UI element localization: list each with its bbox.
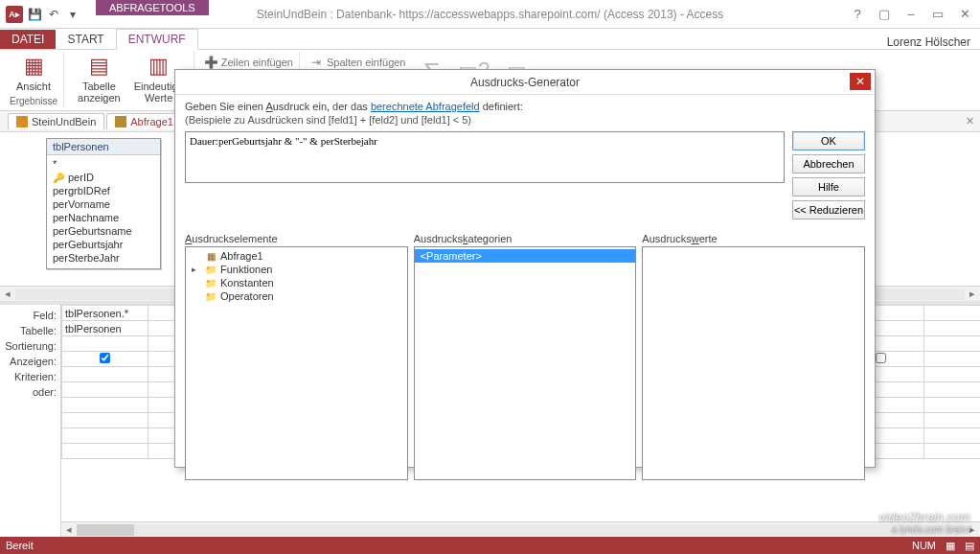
minimize-icon[interactable]: – — [900, 7, 923, 21]
dialog-button-column: OK Abbrechen Hilfe << Reduzieren — [792, 131, 865, 219]
quick-access-toolbar: A▸ 💾 ↶ ▾ — [0, 6, 80, 23]
object-tab-abfrage1[interactable]: Abfrage1 — [106, 113, 182, 129]
folder-icon: 📁 — [204, 277, 217, 289]
scroll-left-icon[interactable]: ◂ — [0, 288, 15, 300]
field-pergeburtsname[interactable]: perGeburtsname — [51, 224, 156, 238]
grid-scroll-track[interactable] — [134, 524, 965, 536]
window-title: SteinUndBein : Datenbank- https://access… — [257, 8, 724, 21]
reduce-button[interactable]: << Reduzieren — [792, 200, 865, 219]
scroll-right-icon[interactable]: ▸ — [965, 288, 980, 300]
label-tabelle: Tabelle: — [0, 324, 60, 339]
categories-header: Ausdruckskategorien — [414, 233, 637, 244]
help-button[interactable]: Hilfe — [792, 177, 865, 196]
status-ready: Bereit — [6, 540, 34, 551]
element-operatoren[interactable]: 📁Operatoren — [186, 289, 407, 303]
window-controls: ? ▢ – ▭ ✕ — [846, 7, 980, 21]
show-checkbox-10[interactable] — [876, 353, 886, 363]
show-checkbox-1[interactable] — [100, 353, 110, 363]
field-pervorname[interactable]: perVorname — [51, 197, 156, 211]
query-icon — [115, 116, 126, 127]
folder-icon: 📁 — [204, 264, 217, 275]
label-sortierung: Sortierung: — [0, 339, 60, 355]
grid-scroll-right-icon[interactable]: ▸ — [965, 523, 980, 536]
element-konstanten[interactable]: 📁Konstanten — [186, 276, 407, 289]
status-bar: Bereit NUM ▦ ▤ — [0, 537, 980, 554]
contextual-tab-label: ABFRAGETOOLS — [96, 0, 209, 15]
help-link[interactable]: berechnete Abfragefeld — [371, 101, 480, 112]
grid-hscrollbar[interactable]: ◂ ▸ — [61, 521, 980, 537]
ok-button[interactable]: OK — [792, 131, 865, 150]
cell-anzeigen-1[interactable] — [62, 352, 148, 367]
query-item-icon: ▦ — [204, 250, 217, 262]
element-funktionen[interactable]: ▸📁Funktionen — [186, 263, 407, 276]
table-icon: ▤ — [89, 54, 109, 79]
ansicht-button[interactable]: ▦ Ansicht — [12, 52, 55, 94]
grid-row-labels: Feld: Tabelle: Sortierung: Anzeigen: Kri… — [0, 305, 61, 537]
values-header: Ausdruckswerte — [642, 233, 865, 244]
cell-tabelle-1[interactable]: tblPersonen — [62, 321, 148, 336]
ansicht-label: Ansicht — [16, 81, 51, 92]
insert-col-icon: ⇥ — [309, 56, 323, 69]
ribbon-tabs: DATEI START ENTWURF Lorenz Hölscher — [0, 29, 980, 50]
tab-start[interactable]: START — [56, 30, 115, 49]
tab-datei[interactable]: DATEI — [0, 30, 56, 49]
dialog-title-bar[interactable]: Ausdrucks-Generator ✕ — [175, 70, 875, 95]
close-window-icon[interactable]: ✕ — [953, 7, 976, 21]
access-app-icon: A▸ — [6, 6, 23, 23]
grid-scroll-thumb[interactable] — [77, 524, 134, 536]
field-pergrbidref[interactable]: pergrbIDRef — [51, 184, 156, 197]
tabelle-anzeigen-label: Tabelle anzeigen — [78, 81, 121, 104]
dialog-example: (Beispiele zu Ausdrücken sind [feld1] + … — [185, 114, 865, 126]
field-perid[interactable]: 🔑perID — [51, 171, 156, 184]
elements-column: Ausdruckselemente ▦Abfrage1 ▸📁Funktionen… — [185, 233, 408, 480]
elements-listbox[interactable]: ▦Abfrage1 ▸📁Funktionen 📁Konstanten 📁Oper… — [185, 246, 408, 480]
save-icon[interactable]: 💾 — [27, 7, 42, 22]
object-tab-abfrage1-label: Abfrage1 — [130, 116, 173, 127]
elements-header: Ausdruckselemente — [185, 233, 408, 244]
zeilen-einfuegen-label: Zeilen einfügen — [221, 57, 293, 68]
expand-icon[interactable]: ▸ — [192, 265, 201, 274]
undo-icon[interactable]: ↶ — [46, 7, 61, 22]
values-column: Ausdruckswerte — [642, 233, 865, 480]
table-title: tblPersonen — [47, 139, 160, 155]
ribbon-collapse-icon[interactable]: ▢ — [873, 7, 896, 21]
tab-entwurf[interactable]: ENTWURF — [116, 29, 198, 50]
unique-icon: ▥ — [148, 54, 169, 79]
table-tblpersonen[interactable]: tblPersonen * 🔑perID pergrbIDRef perVorn… — [46, 138, 161, 269]
close-tab-icon[interactable]: ✕ — [966, 115, 980, 127]
field-pergeburtsjahr[interactable]: perGeburtsjahr — [51, 238, 156, 251]
zeilen-einfuegen-button[interactable]: ➕Zeilen einfügen — [204, 56, 293, 69]
dialog-instruction: Geben Sie einen Ausdruck ein, der das be… — [185, 101, 865, 112]
expression-builder-dialog: Ausdrucks-Generator ✕ Geben Sie einen Au… — [174, 69, 876, 468]
cell-feld-1[interactable]: tblPersonen.* — [62, 306, 148, 321]
label-anzeigen: Anzeigen: — [0, 355, 60, 370]
grid-scroll-left-icon[interactable]: ◂ — [61, 523, 77, 536]
values-listbox[interactable] — [642, 246, 865, 480]
field-pernachname[interactable]: perNachname — [51, 211, 156, 224]
title-bar: ABFRAGETOOLS A▸ 💾 ↶ ▾ SteinUndBein : Dat… — [0, 0, 980, 29]
folder-icon: 📁 — [204, 290, 217, 302]
cancel-button[interactable]: Abbrechen — [792, 154, 865, 173]
group-label-ergebnisse: Ergebnisse — [10, 96, 57, 106]
categories-listbox[interactable]: <Parameter> — [414, 246, 637, 480]
user-name[interactable]: Lorenz Hölscher — [887, 35, 980, 49]
restore-icon[interactable]: ▭ — [926, 7, 949, 21]
field-star[interactable]: * — [51, 157, 156, 171]
primary-key-icon: 🔑 — [53, 173, 64, 183]
view-datasheet-icon[interactable]: ▦ — [946, 540, 955, 552]
tabelle-anzeigen-button[interactable]: ▤ Tabelle anzeigen — [74, 52, 125, 105]
object-tab-steinundbein[interactable]: SteinUndBein — [8, 113, 104, 129]
label-oder: oder: — [0, 385, 60, 401]
category-parameter[interactable]: <Parameter> — [415, 249, 636, 263]
view-icon: ▦ — [24, 54, 44, 79]
insert-row-icon: ➕ — [204, 56, 217, 69]
element-abfrage1[interactable]: ▦Abfrage1 — [186, 249, 407, 263]
spalten-einfuegen-button[interactable]: ⇥Spalten einfügen — [309, 56, 406, 69]
db-icon — [16, 116, 28, 127]
qat-dropdown-icon[interactable]: ▾ — [65, 7, 80, 22]
field-persterbejahr[interactable]: perSterbeJahr — [51, 251, 156, 265]
help-icon[interactable]: ? — [846, 7, 869, 21]
view-sql-icon[interactable]: ▤ — [965, 540, 974, 552]
dialog-close-button[interactable]: ✕ — [850, 73, 871, 90]
expression-input[interactable] — [185, 131, 785, 183]
